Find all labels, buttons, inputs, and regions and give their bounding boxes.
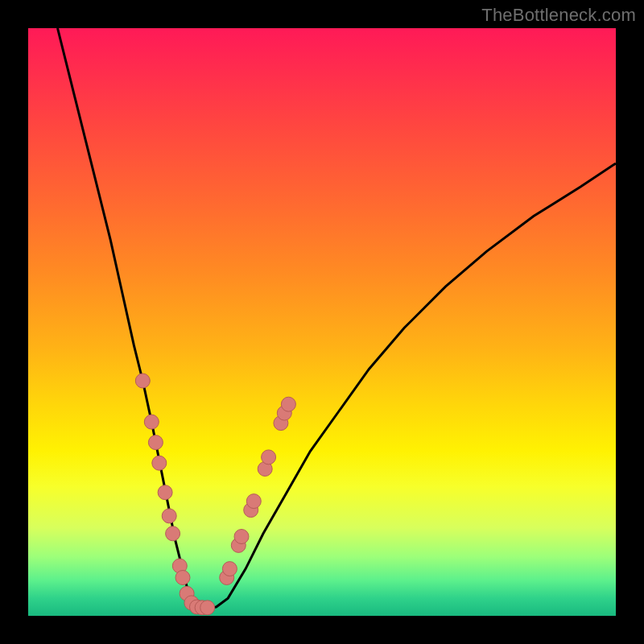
curve-marker: [222, 562, 237, 576]
curve-marker: [234, 530, 249, 544]
curve-marker: [158, 485, 172, 500]
curve-marker: [162, 509, 176, 523]
watermark-text: TheBottleneck.com: [481, 5, 636, 26]
plot-area: [28, 28, 616, 616]
curve-marker: [262, 450, 276, 464]
curve-marker: [166, 526, 180, 541]
chart-frame: TheBottleneck.com: [0, 0, 644, 644]
curve-marker: [135, 374, 150, 388]
curve-markers: [135, 374, 295, 615]
curve-marker: [200, 601, 215, 615]
curve-marker: [152, 456, 167, 470]
curve-marker: [144, 415, 159, 429]
curve-marker: [246, 494, 261, 509]
bottleneck-curve-path: [58, 28, 617, 609]
bottleneck-curve-svg: [28, 28, 616, 616]
curve-marker: [175, 571, 190, 585]
curve-marker: [281, 397, 295, 411]
curve-marker: [148, 436, 163, 450]
